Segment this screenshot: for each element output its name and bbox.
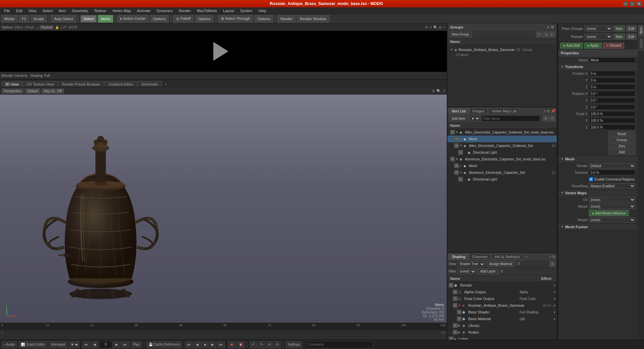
item-expand-4[interactable]: ▼: [455, 157, 459, 161]
item-eye-6[interactable]: 👁: [454, 170, 459, 175]
tab-channels[interactable]: Channels: [469, 254, 490, 260]
item-row-2[interactable]: 👁 ▼ ◆ Allen_Electrolytic_Capacitor_Solde…: [447, 142, 557, 149]
sh-dd-final[interactable]: ▾: [554, 297, 555, 301]
weight-dropdown[interactable]: (none): [589, 217, 635, 222]
sh-icon-S[interactable]: S: [549, 261, 555, 267]
pos-x-value[interactable]: 0 m: [589, 71, 635, 76]
groups-icon-1[interactable]: +: [536, 32, 542, 38]
settings-btn[interactable]: Settings: [285, 341, 302, 348]
item-expand-0[interactable]: ▼: [455, 131, 459, 134]
menu-dynamics[interactable]: Dynamics: [154, 8, 175, 13]
il-settings-icon[interactable]: ⚙: [547, 109, 550, 113]
filter-items-input[interactable]: [482, 115, 540, 121]
reset-btn[interactable]: Reset: [608, 131, 635, 137]
menu-help[interactable]: Help: [256, 8, 269, 13]
discard-btn[interactable]: ✕ Discard: [603, 43, 624, 49]
sh-eye-samovar[interactable]: 👁: [453, 303, 458, 308]
model-btn[interactable]: Model: [1, 15, 17, 22]
command-input[interactable]: [306, 341, 373, 348]
rec-btn[interactable]: ⏺: [228, 341, 236, 348]
tool-4[interactable]: ⟳: [274, 341, 281, 348]
items-btn[interactable]: Items: [98, 15, 113, 22]
tab-item-list[interactable]: Item List: [449, 108, 469, 114]
add-morph-btn[interactable]: ● Add Morph Influence: [589, 210, 629, 216]
animation-select[interactable]: ▼: [69, 341, 79, 348]
maximize-btn[interactable]: □: [630, 1, 635, 6]
menu-view[interactable]: View: [26, 8, 39, 13]
sh-eye-render[interactable]: 👁: [449, 283, 453, 288]
tool-2[interactable]: ↷: [258, 341, 265, 348]
sh-expand-samovar[interactable]: ▼: [458, 304, 462, 307]
transport-2[interactable]: ◀: [194, 341, 201, 348]
sh-eye-library[interactable]: 👁: [453, 323, 458, 328]
animated-btn[interactable]: Animated: [49, 341, 67, 348]
tab-images[interactable]: Images: [470, 108, 488, 114]
mesh-header[interactable]: ▼ Mesh: [558, 156, 638, 162]
render-btn[interactable]: Render: [277, 15, 296, 22]
cache-deformers-btn[interactable]: 💾 Cache Deformers: [146, 341, 182, 348]
default-btn[interactable]: Default: [25, 89, 40, 94]
tab-info-stats[interactable]: Info & Statistics: [491, 254, 523, 260]
add-transform-btn[interactable]: Add: [608, 149, 635, 155]
preview-ctrl-3[interactable]: 🔍: [433, 26, 437, 29]
sh-eye-nodes[interactable]: 👁: [453, 330, 458, 335]
menu-animate[interactable]: Animate: [134, 8, 153, 13]
graph-editor-btn[interactable]: 📊 Graph Editor: [18, 341, 47, 348]
viewport-expand-icon[interactable]: ↗: [442, 89, 445, 93]
zero-btn[interactable]: Zero: [608, 143, 635, 149]
transport-4[interactable]: ▶: [209, 341, 216, 348]
menu-layout[interactable]: Layout: [220, 8, 237, 13]
scale-y-value[interactable]: 100.0 %: [589, 118, 635, 123]
sh-expand-lights[interactable]: ▶: [454, 337, 458, 340]
shading-row-samovar[interactable]: 👁 ▼ ● Russian_Antique_Brass_Samovar (2) …: [447, 302, 557, 309]
window-controls[interactable]: — □ ✕: [623, 1, 641, 6]
add-item-select[interactable]: ▼: [470, 115, 480, 121]
sh-dd-base-material[interactable]: ▾: [554, 317, 555, 321]
transport-3[interactable]: ■: [202, 341, 208, 348]
shading-row-final[interactable]: 👁 ◇ Final Color Output Final Color ▾: [447, 295, 557, 302]
mesh-fusion-header[interactable]: ▼ Mesh Fusion: [558, 223, 638, 230]
transform-header[interactable]: ▼ Transform: [558, 63, 638, 70]
viewport-zoom-icon[interactable]: 🔍: [436, 89, 441, 93]
item-expand-2[interactable]: ▼: [460, 144, 463, 147]
preview-ctrl-4[interactable]: ⊞: [439, 26, 441, 29]
viewport-settings-icon[interactable]: ⚙: [432, 89, 435, 93]
tab-render-preset[interactable]: Render Preset Browser: [58, 81, 104, 87]
item-row-5[interactable]: 👁 ▷ ◆ Mesh: [447, 162, 557, 169]
preview-ctrl-5[interactable]: ↗: [443, 26, 445, 29]
pos-y-value[interactable]: 0 m: [589, 78, 635, 83]
scale-x-value[interactable]: 100.0 %: [589, 111, 635, 116]
il-pin-icon[interactable]: 📌: [551, 109, 555, 113]
perspective-btn[interactable]: Perspective: [1, 89, 23, 94]
menu-edit[interactable]: Edit: [13, 8, 25, 13]
mute-btn[interactable]: 🔇: [236, 341, 245, 348]
item-eye-5[interactable]: 👁: [454, 163, 459, 168]
sh-expand-icon[interactable]: ↗: [548, 255, 551, 259]
new-pass-btn[interactable]: New: [613, 26, 625, 32]
scale-z-value[interactable]: 100.0 %: [589, 124, 635, 130]
auto-add-btn[interactable]: ● Auto Add: [560, 43, 583, 49]
action-center-btn[interactable]: ▸ Action Center: [117, 15, 149, 22]
sh-eye-lights[interactable]: 👁: [449, 337, 453, 340]
render-camera-label[interactable]: (Render Camera): [1, 74, 28, 78]
preview-ctrl-2[interactable]: ↺: [429, 26, 432, 29]
prev-btn[interactable]: ◀: [91, 341, 98, 348]
preview-content[interactable]: [0, 31, 447, 72]
options-btn-3[interactable]: Options: [254, 15, 273, 22]
preview-ctrl-1[interactable]: ⚙: [425, 26, 428, 29]
il-icon-S[interactable]: S: [543, 115, 549, 121]
play-button[interactable]: [213, 41, 233, 61]
tab-uv-texture[interactable]: UV Texture View: [23, 81, 58, 87]
prev-frame-btn[interactable]: ⏮: [82, 341, 90, 348]
sculpt-btn[interactable]: Sculpt: [31, 15, 47, 22]
item-row-0[interactable]: 👁 ▼ ◆ Allen_Electrolytic_Capacitor_Solde…: [447, 129, 557, 136]
sh-dd-render[interactable]: ▾: [554, 284, 555, 287]
menu-vertex-map[interactable]: Vertex Map: [110, 8, 134, 13]
fr-tab-scene[interactable]: Scene: [638, 37, 644, 51]
sh-settings-icon[interactable]: ⚙: [552, 255, 555, 259]
passes-select[interactable]: (none): [584, 34, 612, 40]
groups-icon-3[interactable]: ▷: [549, 32, 555, 38]
sh-dd-alpha[interactable]: ▾: [554, 290, 555, 294]
apply-btn[interactable]: ● Apply: [584, 43, 602, 49]
tab-vertex-map[interactable]: Vertex Map List: [488, 108, 520, 114]
